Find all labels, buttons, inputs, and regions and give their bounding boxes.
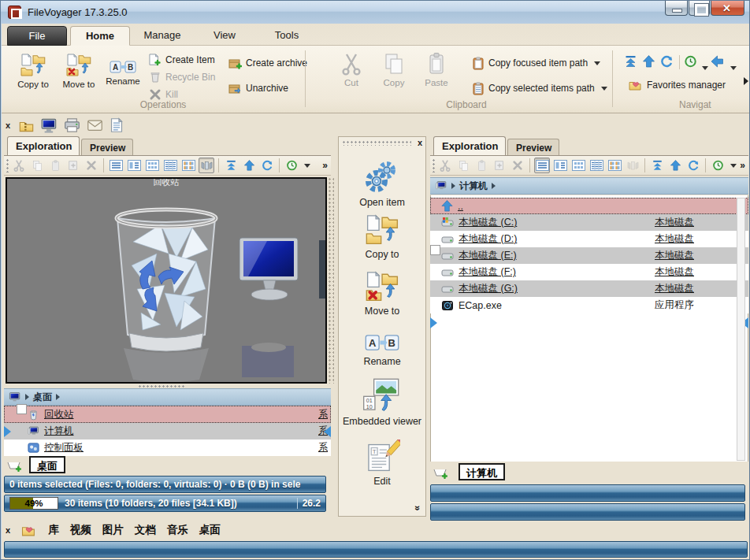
refresh-button[interactable]: [660, 55, 674, 71]
close-button[interactable]: [711, 1, 744, 16]
copy-to-button[interactable]: Copy to: [11, 49, 55, 102]
history-dropdown-icon[interactable]: [730, 164, 737, 168]
tab-home[interactable]: Home: [70, 26, 130, 46]
favorite-link-library[interactable]: 库: [48, 523, 59, 537]
toolbar-close-icon[interactable]: x: [418, 138, 422, 147]
cut-button[interactable]: Cut: [329, 49, 373, 102]
view-small-icons-icon[interactable]: [570, 158, 586, 173]
history-icon[interactable]: [710, 158, 726, 173]
go-top-icon[interactable]: [649, 158, 665, 173]
favorite-link-pictures[interactable]: 图片: [102, 523, 124, 537]
file-row-drive-g[interactable]: 本地磁盘 (G:) 本地磁盘: [430, 280, 748, 297]
tab-manage[interactable]: Manage: [132, 26, 192, 46]
go-top-button[interactable]: [624, 55, 637, 71]
file-row-drive-d[interactable]: 本地磁盘 (D:) 本地磁盘: [430, 231, 748, 247]
copy-icon[interactable]: [455, 158, 471, 173]
favbar-close-icon[interactable]: x: [6, 525, 10, 535]
history-icon[interactable]: [284, 158, 299, 173]
unarchive-button[interactable]: Unarchive: [228, 80, 288, 96]
breadcrumb-path[interactable]: 桌面: [33, 391, 52, 404]
left-tab-preview[interactable]: Preview: [81, 139, 133, 155]
toolbar-overflow-icon[interactable]: »: [740, 160, 747, 171]
rename-button[interactable]: A B Rename: [339, 332, 425, 367]
history-button[interactable]: [684, 55, 697, 71]
viewer-scrollbar[interactable]: [328, 177, 334, 384]
favorite-link-music[interactable]: 音乐: [167, 523, 188, 537]
view-details-icon[interactable]: [162, 158, 178, 173]
tab-view[interactable]: View: [195, 26, 254, 46]
paste-special-icon[interactable]: [65, 158, 81, 173]
toolbar-overflow-icon[interactable]: »: [322, 160, 329, 171]
tab-file[interactable]: File: [7, 26, 67, 46]
minimize-button[interactable]: [665, 1, 688, 16]
mail-icon[interactable]: [87, 117, 103, 133]
pane-scroll-left-arrow[interactable]: [4, 426, 11, 437]
right-tab-exploration[interactable]: Exploration: [433, 136, 506, 155]
pane-scroll-left-arrow[interactable]: [430, 317, 437, 328]
item-viewer[interactable]: 回收站: [6, 177, 327, 384]
embedded-viewer-button[interactable]: 01 10 Embedded viewer: [339, 378, 425, 427]
toolbar-drag-handle[interactable]: [342, 140, 411, 146]
refresh-icon[interactable]: [685, 158, 701, 173]
copy-to-button[interactable]: Copy to: [339, 213, 425, 260]
open-item-button[interactable]: Open item: [339, 159, 425, 208]
favorite-link-documents[interactable]: 文档: [135, 523, 156, 537]
edit-button[interactable]: T Edit: [339, 439, 425, 487]
file-row-drive-c[interactable]: 本地磁盘 (C:) 本地磁盘: [430, 214, 748, 231]
zip-archive-icon[interactable]: [18, 117, 35, 133]
cut-icon[interactable]: [437, 158, 453, 173]
left-tab-exploration[interactable]: Exploration: [7, 136, 80, 155]
copy-selected-path-button[interactable]: Copy selected items path: [473, 80, 607, 96]
tree-row-control-panel[interactable]: 控制面板 系: [4, 439, 331, 456]
title-bar[interactable]: FileVoyager 17.3.25.0: [1, 1, 750, 24]
add-tab-icon[interactable]: [433, 466, 447, 479]
pane-scroll-right-arrow[interactable]: [324, 426, 331, 437]
right-tab-preview[interactable]: Preview: [507, 139, 559, 155]
file-row-drive-e[interactable]: 本地磁盘 (E:) 本地磁盘: [430, 247, 748, 264]
tree-row-computer[interactable]: 计算机 系: [4, 423, 331, 439]
create-archive-button[interactable]: Create archive: [228, 55, 307, 71]
breadcrumb-path[interactable]: 计算机: [459, 180, 488, 193]
view-3d-flow-icon[interactable]: [199, 158, 214, 173]
view-content-icon[interactable]: [552, 158, 568, 173]
tab-tools[interactable]: Tools: [257, 26, 317, 46]
favorites-manager-button[interactable]: Favorites manager: [629, 77, 726, 93]
recycle-bin-button[interactable]: Recycle Bin: [149, 69, 215, 85]
right-breadcrumb[interactable]: 计算机: [430, 177, 748, 195]
add-tab-icon[interactable]: [7, 459, 21, 472]
view-tiles-icon[interactable]: [607, 158, 622, 173]
view-details-icon[interactable]: [588, 158, 604, 173]
go-up-icon[interactable]: [241, 158, 257, 173]
quickbar-close-icon[interactable]: x: [6, 121, 10, 130]
printer-icon[interactable]: [64, 117, 80, 133]
document-icon[interactable]: [110, 117, 124, 133]
tree-row-recycle-bin[interactable]: 回收站 系: [4, 406, 331, 423]
view-3d-flow-icon[interactable]: [625, 158, 640, 173]
paste-special-icon[interactable]: [492, 158, 507, 173]
favorite-link-desktop[interactable]: 桌面: [199, 523, 221, 537]
view-tiles-icon[interactable]: [180, 158, 196, 173]
paste-icon[interactable]: [473, 158, 489, 173]
rename-button[interactable]: A B Rename: [101, 49, 145, 102]
paste-button[interactable]: Paste: [414, 49, 459, 102]
view-small-icons-icon[interactable]: [144, 158, 160, 173]
file-row-parent[interactable]: ..: [430, 198, 748, 214]
favorite-link-videos[interactable]: 视频: [70, 523, 91, 537]
cut-icon[interactable]: [11, 158, 27, 173]
move-to-button[interactable]: Move to: [339, 269, 425, 317]
list-scrollbar[interactable]: [737, 198, 745, 461]
maximize-button[interactable]: [689, 1, 710, 16]
create-item-button[interactable]: Create Item: [149, 52, 215, 68]
go-up-button[interactable]: [642, 55, 655, 71]
toolbar-overflow-icon[interactable]: »: [413, 506, 424, 511]
ribbon-scroll-right-icon[interactable]: [744, 77, 748, 85]
left-breadcrumb[interactable]: 桌面: [4, 388, 331, 406]
view-list-icon[interactable]: [108, 158, 124, 173]
right-bottom-tab[interactable]: 计算机: [459, 463, 505, 480]
copy-button[interactable]: Copy: [372, 49, 416, 102]
history-dropdown-icon[interactable]: [700, 59, 708, 73]
left-bottom-tab[interactable]: 桌面: [29, 456, 65, 473]
view-list-icon[interactable]: [534, 158, 550, 173]
delete-icon[interactable]: [84, 158, 99, 173]
back-button[interactable]: [711, 55, 724, 71]
